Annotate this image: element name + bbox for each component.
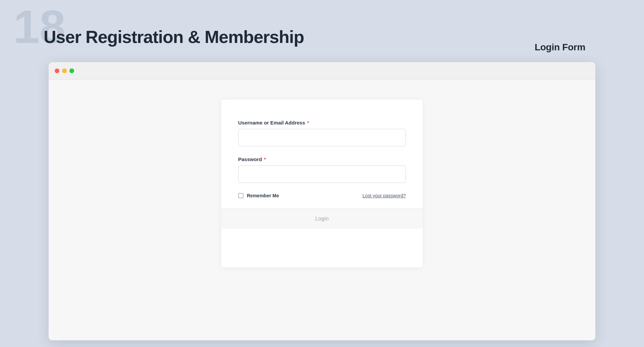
username-label: Username or Email Address * [238, 120, 406, 126]
password-form-group: Password * [238, 156, 406, 183]
remember-me-checkbox[interactable] [238, 193, 244, 198]
login-button[interactable]: Login [221, 209, 423, 229]
close-button-dot[interactable] [55, 68, 59, 73]
remember-row: Remember Me Lost your password? [238, 193, 406, 198]
lost-password-link[interactable]: Lost your password? [363, 193, 406, 198]
password-input[interactable] [238, 165, 406, 183]
minimize-button-dot[interactable] [62, 68, 67, 73]
remember-left: Remember Me [238, 193, 279, 198]
password-label: Password * [238, 156, 406, 162]
password-required-star: * [264, 157, 266, 162]
browser-content: Username or Email Address * Password * R… [49, 80, 595, 340]
login-form-card: Username or Email Address * Password * R… [221, 100, 423, 267]
page-title: User Registration & Membership [44, 27, 304, 47]
login-button-row: Login [221, 208, 423, 229]
maximize-button-dot[interactable] [69, 68, 74, 73]
username-form-group: Username or Email Address * [238, 120, 406, 146]
browser-bar [49, 62, 595, 80]
remember-me-label[interactable]: Remember Me [247, 193, 279, 198]
browser-window: Username or Email Address * Password * R… [49, 62, 595, 340]
username-input[interactable] [238, 129, 406, 146]
section-label: Login Form [535, 42, 585, 53]
username-required-star: * [307, 120, 309, 126]
